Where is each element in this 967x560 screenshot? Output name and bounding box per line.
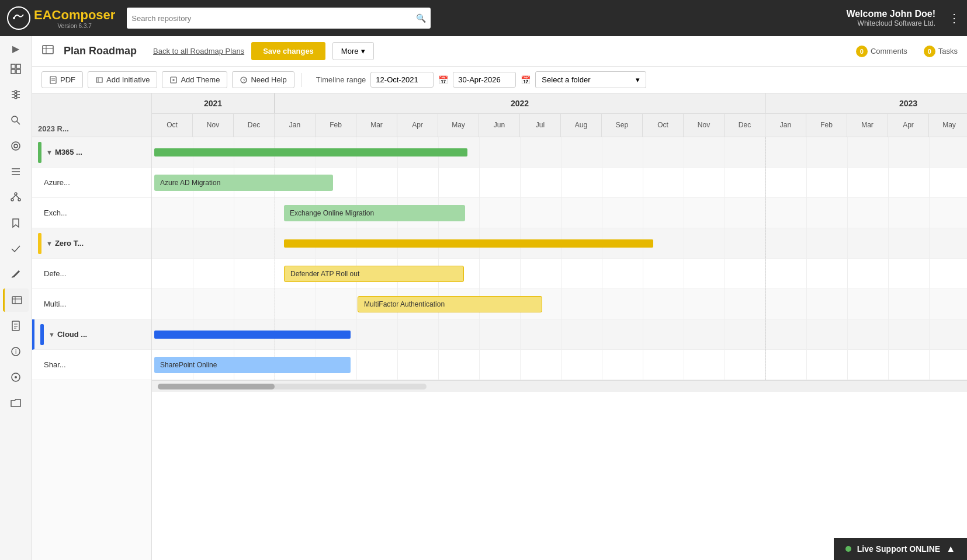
month-apr23: Apr (888, 114, 929, 137)
gantt-bar-cloud[interactable] (154, 331, 351, 339)
plan-label: 2023 R... (38, 124, 69, 133)
month-nov22: Nov (684, 114, 725, 137)
collapse-cloud-button[interactable]: ▼ (48, 331, 55, 338)
calendar-start-icon[interactable]: 📅 (438, 75, 448, 85)
sidebar-item-layers[interactable] (3, 83, 29, 106)
svg-point-21 (15, 193, 17, 195)
svg-text:i: i (15, 348, 16, 355)
theme-color-indicator (38, 142, 41, 163)
user-info: Welcome John Doe! Whitecloud Software Lt… (846, 9, 935, 27)
sidebar-item-doc[interactable] (3, 314, 29, 338)
save-button[interactable]: Save changes (251, 42, 325, 60)
live-support-panel[interactable]: Live Support ONLINE ▲ (834, 538, 967, 560)
need-help-button[interactable]: ? Need Help (232, 71, 294, 88)
initiative-row-sharepoint: Shar... (32, 350, 151, 380)
svg-rect-38 (43, 46, 53, 54)
svg-point-37 (15, 376, 17, 378)
top-navigation: EAComposer Version 6.3.7 🔍 Welcome John … (0, 0, 967, 36)
search-container: 🔍 (127, 8, 431, 29)
month-nov21: Nov (193, 114, 234, 137)
gantt-bar-azure-label: Azure AD Migration (160, 179, 220, 187)
gantt-row-exchange: Exchange Online Migration (152, 198, 967, 228)
pdf-icon (49, 76, 57, 84)
svg-point-0 (13, 17, 15, 19)
initiative-row-mfa: Multi... (32, 289, 151, 319)
main-layout: ▶ (0, 36, 967, 560)
svg-text:?: ? (243, 78, 246, 83)
gantt-bar-mfa[interactable]: MultiFactor Authentication (358, 296, 542, 312)
live-support-chevron-icon: ▲ (946, 544, 955, 554)
initiative-mfa-label: Multi... (44, 300, 66, 308)
tasks-badge: 0 (924, 46, 935, 57)
sidebar-item-circle[interactable] (3, 366, 29, 389)
sidebar-item-bookmark[interactable] (3, 211, 29, 235)
initiative-exchange-label: Exch... (44, 208, 67, 217)
user-name: Welcome John Doe! (846, 9, 935, 19)
scrollbar-thumb[interactable] (158, 384, 275, 389)
sidebar-item-network[interactable] (3, 186, 29, 209)
sidebar-item-folder[interactable] (3, 391, 29, 415)
date-end-input[interactable] (453, 72, 516, 88)
gantt-bar-exchange[interactable]: Exchange Online Migration (284, 205, 465, 221)
horizontal-scrollbar[interactable] (152, 380, 967, 392)
gantt-bar-m365[interactable] (154, 148, 467, 156)
month-feb23: Feb (806, 114, 847, 137)
sidebar-item-list[interactable] (3, 160, 29, 183)
month-jan22: Jan (275, 114, 316, 137)
help-icon: ? (240, 76, 248, 84)
tasks-button[interactable]: 0 Tasks (924, 46, 958, 57)
gantt-bar-defender[interactable]: Defender ATP Roll out (284, 266, 464, 282)
more-button[interactable]: More ▾ (332, 42, 375, 60)
search-submit-icon[interactable]: 🔍 (416, 13, 426, 23)
initiative-row-azure: Azure... (32, 168, 151, 198)
gantt-row-m365-theme (152, 137, 967, 168)
comments-button[interactable]: 0 Comments (856, 46, 907, 57)
more-options-button[interactable]: ⋮ (948, 12, 960, 24)
date-start-input[interactable] (370, 72, 434, 88)
folder-select-label: Select a folder (542, 75, 590, 84)
page-title: Plan Roadmap (64, 45, 137, 57)
month-dec22: Dec (725, 114, 765, 137)
theme-row-zerot: ▼ Zero T... (32, 228, 151, 259)
initiative-row-exchange: Exch... (32, 198, 151, 228)
pdf-button[interactable]: PDF (41, 71, 83, 88)
svg-line-15 (17, 121, 20, 124)
sidebar-item-info[interactable]: i (3, 340, 29, 363)
month-jan23: Jan (765, 114, 806, 137)
app-version: Version 6.3.7 (57, 23, 91, 29)
sidebar-item-check[interactable] (3, 237, 29, 260)
collapse-m365-button[interactable]: ▼ (46, 149, 53, 156)
month-mar22: Mar (356, 114, 397, 137)
gantt-bar-sharepoint[interactable]: SharePoint Online (154, 357, 351, 373)
add-initiative-button[interactable]: Add Initiative (88, 71, 157, 88)
folder-select-dropdown[interactable]: Select a folder ▾ (535, 71, 646, 88)
calendar-end-icon[interactable]: 📅 (521, 75, 531, 85)
gantt-months-row: Oct Nov Dec Jan Feb Mar Apr May Jun Jul … (152, 114, 967, 137)
svg-point-16 (12, 142, 20, 150)
month-aug22: Aug (561, 114, 602, 137)
gantt-bar-azure[interactable]: Azure AD Migration (154, 175, 333, 191)
sidebar-item-view[interactable] (3, 134, 29, 158)
back-link[interactable]: Back to all Roadmap Plans (153, 47, 244, 55)
online-status-dot (845, 546, 851, 552)
comments-label: Comments (871, 47, 907, 55)
sidebar-item-edit[interactable] (3, 263, 29, 286)
gantt-chart-scroll[interactable]: 2021 2022 2023 Oct Nov Dec Jan Feb Mar A… (152, 93, 967, 560)
search-input[interactable] (131, 14, 416, 23)
collapse-zerot-button[interactable]: ▼ (46, 240, 53, 247)
initiative-sharepoint-label: Shar... (44, 360, 66, 369)
sidebar-item-roadmap[interactable] (3, 288, 29, 312)
sidebar-item-dashboard[interactable] (3, 57, 29, 81)
sidebar-item-search[interactable] (3, 109, 29, 132)
svg-point-7 (15, 96, 17, 99)
svg-rect-2 (16, 64, 20, 68)
gantt-bar-zerot[interactable] (284, 239, 653, 248)
add-initiative-icon (95, 76, 103, 84)
add-theme-button[interactable]: Add Theme (162, 71, 227, 88)
logo-icon (7, 6, 30, 30)
month-may22: May (438, 114, 479, 137)
month-sep22: Sep (602, 114, 643, 137)
sidebar-expand-button[interactable]: ▶ (9, 42, 22, 55)
logo-text-area: EAComposer Version 6.3.7 (34, 8, 115, 29)
initiative-azure-label: Azure... (44, 178, 70, 187)
